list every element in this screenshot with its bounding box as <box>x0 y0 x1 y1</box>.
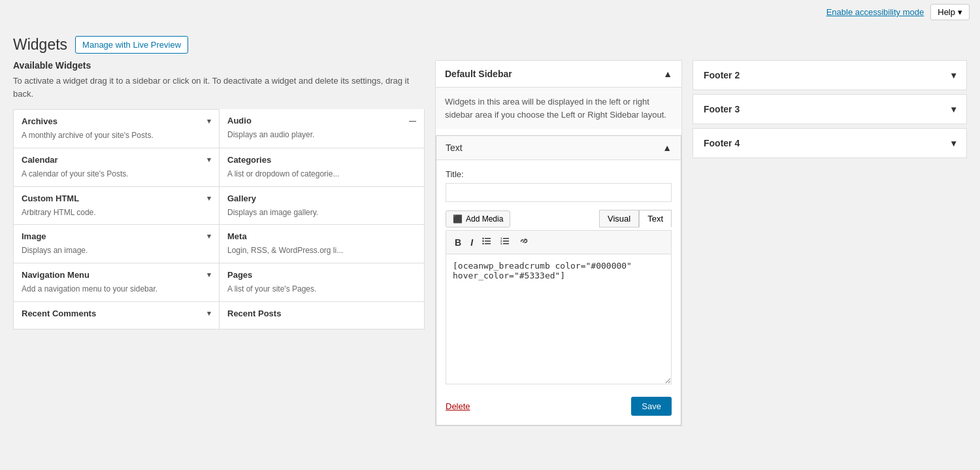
help-button[interactable]: Help ▾ <box>930 4 970 20</box>
widget-footer: Delete Save <box>446 390 672 416</box>
widget-item-pages[interactable]: Pages A list of your site's Pages. <box>219 263 425 302</box>
title-input[interactable] <box>446 183 672 202</box>
svg-rect-6 <box>503 238 509 239</box>
text-editor[interactable]: [oceanwp_breadcrumb color="#000000" hove… <box>446 254 672 384</box>
delete-link[interactable]: Delete <box>446 401 470 411</box>
widget-item-recent-posts[interactable]: Recent Posts <box>219 302 425 329</box>
svg-rect-2 <box>485 243 491 244</box>
svg-rect-8 <box>503 243 509 244</box>
svg-rect-1 <box>485 241 491 242</box>
widget-item-audio[interactable]: Audio — Displays an audio player. <box>219 109 425 148</box>
default-sidebar-header[interactable]: Default Sidebar ▲ <box>436 61 681 88</box>
svg-rect-7 <box>503 241 509 242</box>
top-bar: Enable accessibility mode Help ▾ <box>0 0 980 24</box>
text-widget: Text ▲ Title: ⬛ Add Media Visual Text <box>436 135 681 426</box>
recent-comments-arrow: ▾ <box>207 309 211 318</box>
widget-item-custom-html[interactable]: Custom HTML ▾ Arbitrary HTML code. <box>13 187 219 226</box>
text-widget-header[interactable]: Text ▲ <box>436 136 681 160</box>
page-title: Widgets <box>13 36 67 54</box>
available-widgets-panel: Available Widgets To activate a widget d… <box>13 60 425 437</box>
visual-text-tabs: Visual Text <box>599 210 672 227</box>
add-media-button[interactable]: ⬛ Add Media <box>446 210 510 227</box>
unordered-list-button[interactable] <box>479 235 495 250</box>
footer4-label: Footer 4 <box>704 138 740 148</box>
text-widget-title-label: Text <box>446 143 463 153</box>
save-button[interactable]: Save <box>631 397 672 416</box>
ordered-list-button[interactable]: 1.2.3. <box>497 235 513 250</box>
archives-arrow: ▾ <box>207 117 211 126</box>
nav-menu-arrow: ▾ <box>207 271 211 279</box>
sidebar-collapse-arrow: ▲ <box>663 69 672 79</box>
link-button[interactable] <box>515 235 532 250</box>
audio-collapse: — <box>409 117 416 125</box>
bold-button[interactable]: B <box>451 235 465 250</box>
tab-visual[interactable]: Visual <box>599 210 639 227</box>
image-arrow: ▾ <box>207 232 211 241</box>
footer-box-4[interactable]: Footer 4 ▾ <box>693 128 967 158</box>
accessibility-mode-link[interactable]: Enable accessibility mode <box>826 7 924 17</box>
default-sidebar-box: Default Sidebar ▲ Widgets in this area w… <box>435 60 682 426</box>
text-widget-collapse-arrow: ▲ <box>662 143 672 153</box>
tab-text[interactable]: Text <box>639 210 672 227</box>
available-widgets-title: Available Widgets <box>13 60 425 71</box>
footer-box-3[interactable]: Footer 3 ▾ <box>693 94 967 124</box>
default-sidebar-desc: Widgets in this area will be displayed i… <box>436 88 681 129</box>
calendar-arrow: ▾ <box>207 156 211 164</box>
svg-point-5 <box>482 243 483 244</box>
footer2-arrow: ▾ <box>951 70 956 80</box>
right-panel: Footer ▾ Footer 2 ▾ Footer 3 ▾ Footer 4 … <box>693 60 967 437</box>
widget-item-categories[interactable]: Categories A list or dropdown of categor… <box>219 148 425 187</box>
footer-box-2[interactable]: Footer 2 ▾ <box>693 60 967 90</box>
widget-item-gallery[interactable]: Gallery Displays an image gallery. <box>219 187 425 226</box>
footer3-arrow: ▾ <box>951 104 956 114</box>
svg-text:3.: 3. <box>500 242 502 245</box>
widget-item-image[interactable]: Image ▾ Displays an image. <box>13 225 219 263</box>
svg-rect-0 <box>485 238 491 239</box>
manage-live-preview-button[interactable]: Manage with Live Preview <box>75 36 188 54</box>
footer4-arrow: ▾ <box>951 138 956 148</box>
page-header: Widgets Manage with Live Preview <box>0 24 980 60</box>
available-widgets-desc: To activate a widget drag it to a sideba… <box>13 75 425 100</box>
title-field-label: Title: <box>446 169 672 179</box>
widget-item-meta[interactable]: Meta Login, RSS, & WordPress.org li... <box>219 225 425 263</box>
widget-item-calendar[interactable]: Calendar ▾ A calendar of your site's Pos… <box>13 148 219 187</box>
text-widget-body: Title: ⬛ Add Media Visual Text B <box>436 160 681 425</box>
footer3-label: Footer 3 <box>704 104 740 114</box>
widget-item-archives[interactable]: Archives ▾ A monthly archive of your sit… <box>13 109 219 148</box>
footer2-label: Footer 2 <box>704 70 740 80</box>
widget-item-recent-comments[interactable]: Recent Comments ▾ <box>13 302 219 329</box>
editor-toolbar: ⬛ Add Media Visual Text <box>446 210 672 227</box>
svg-point-3 <box>482 238 483 239</box>
italic-button[interactable]: I <box>467 235 476 250</box>
widgets-grid: Archives ▾ A monthly archive of your sit… <box>13 109 425 329</box>
middle-panel: Default Sidebar ▲ Widgets in this area w… <box>435 60 682 437</box>
main-layout: Available Widgets To activate a widget d… <box>0 60 980 437</box>
custom-html-arrow: ▾ <box>207 194 211 203</box>
svg-point-4 <box>482 241 483 242</box>
widget-item-navigation-menu[interactable]: Navigation Menu ▾ Add a navigation menu … <box>13 263 219 302</box>
format-toolbar: B I 1.2.3. <box>446 230 672 254</box>
media-icon: ⬛ <box>453 214 463 224</box>
